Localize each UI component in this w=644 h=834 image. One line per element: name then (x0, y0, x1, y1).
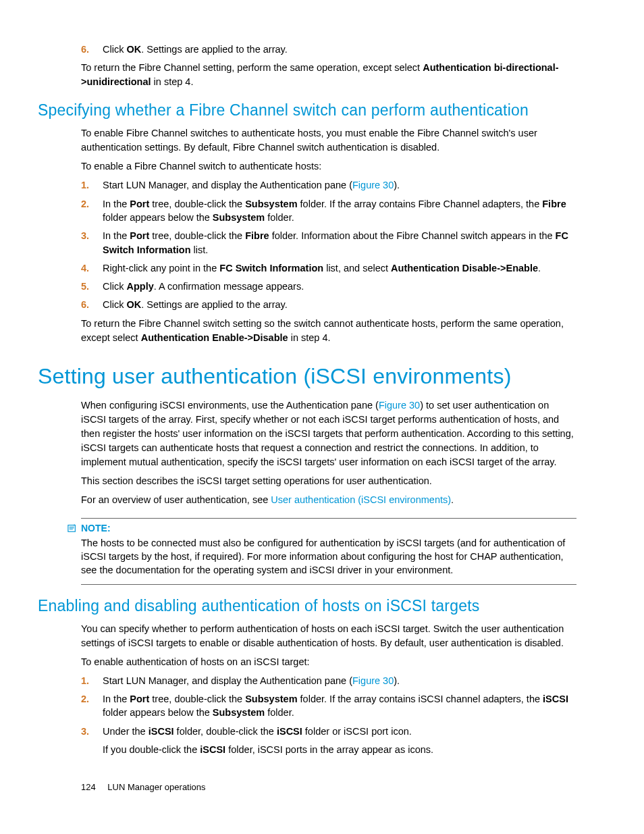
note-icon (68, 523, 77, 533)
step-item: 1.Start LUN Manager, and display the Aut… (81, 674, 576, 687)
step-item: 3.Under the iSCSI folder, double-click t… (81, 725, 576, 738)
step-item: 3.In the Port tree, double-click the Fib… (81, 229, 576, 257)
step-number: 1. (81, 674, 103, 687)
iscsi-intro-1: When configuring iSCSI environments, use… (81, 398, 576, 469)
continued-steps: 6.Click OK. Settings are applied to the … (81, 43, 576, 56)
page-footer: 124 LUN Manager operations (81, 782, 206, 792)
cross-reference-link[interactable]: Figure 30 (352, 180, 394, 190)
step-text: Start LUN Manager, and display the Authe… (103, 674, 576, 687)
step-number: 1. (81, 178, 103, 192)
footer-title: LUN Manager operations (107, 782, 205, 792)
sec1-intro: To enable Fibre Channel switches to auth… (81, 126, 576, 155)
sec2-steps: 1.Start LUN Manager, and display the Aut… (81, 674, 576, 738)
section-heading-iscsi-targets: Enabling and disabling authentication of… (38, 597, 576, 615)
page-number: 124 (81, 782, 96, 792)
cross-reference-link[interactable]: Figure 30 (379, 400, 420, 411)
step-item: 2.In the Port tree, double-click the Sub… (81, 692, 576, 720)
note-heading: NOTE: (68, 523, 576, 533)
note-block: NOTE: The hosts to be connected must als… (81, 518, 576, 585)
top-return-paragraph: To return the Fibre Channel setting, per… (81, 61, 576, 89)
step-item: 6.Click OK. Settings are applied to the … (81, 43, 576, 56)
step-text: Under the iSCSI folder, double-click the… (103, 725, 576, 738)
step-item: 4.Right-click any point in the FC Switch… (81, 261, 576, 275)
step-text: Right-click any point in the FC Switch I… (103, 261, 576, 275)
step-number: 6. (81, 43, 103, 56)
section-heading-fc-switch-auth: Specifying whether a Fibre Channel switc… (38, 101, 576, 120)
sec1-steps: 1.Start LUN Manager, and display the Aut… (81, 178, 576, 311)
iscsi-intro-2: This section describes the iSCSI target … (81, 474, 576, 488)
sec1-return-paragraph: To return the Fibre Channel switch setti… (81, 317, 576, 345)
step-item: 2.In the Port tree, double-click the Sub… (81, 197, 576, 225)
step-number: 3. (81, 229, 103, 257)
step-text: In the Port tree, double-click the Fibre… (103, 229, 576, 257)
step-number: 5. (81, 280, 103, 293)
step-number: 4. (81, 261, 103, 275)
sec2-lead: To enable authentication of hosts on an … (81, 655, 576, 669)
step-number: 2. (81, 197, 103, 225)
step-text: Start LUN Manager, and display the Authe… (103, 178, 576, 192)
sec2-tail: If you double-click the iSCSI folder, iS… (103, 743, 576, 757)
step-text: Click OK. Settings are applied to the ar… (103, 298, 576, 311)
sec2-intro: You can specify whether to perform authe… (81, 622, 576, 650)
sec1-lead: To enable a Fibre Channel switch to auth… (81, 159, 576, 174)
step-item: 5.Click Apply. A confirmation message ap… (81, 280, 576, 293)
step-number: 3. (81, 725, 103, 738)
step-text: In the Port tree, double-click the Subsy… (103, 197, 576, 225)
step-number: 6. (81, 298, 103, 311)
note-label: NOTE: (81, 523, 111, 533)
cross-reference-link[interactable]: User authentication (iSCSI environments) (271, 494, 451, 505)
step-text: In the Port tree, double-click the Subsy… (103, 692, 576, 720)
step-text: Click OK. Settings are applied to the ar… (103, 43, 576, 56)
iscsi-intro-3: For an overview of user authentication, … (81, 493, 576, 507)
step-item: 6.Click OK. Settings are applied to the … (81, 298, 576, 311)
note-body: The hosts to be connected must also be c… (81, 536, 576, 577)
step-item: 1.Start LUN Manager, and display the Aut… (81, 178, 576, 192)
step-text: Click Apply. A confirmation message appe… (103, 280, 576, 293)
step-number: 2. (81, 692, 103, 720)
cross-reference-link[interactable]: Figure 30 (352, 675, 394, 686)
heading-iscsi-auth: Setting user authentication (iSCSI envir… (38, 364, 576, 389)
